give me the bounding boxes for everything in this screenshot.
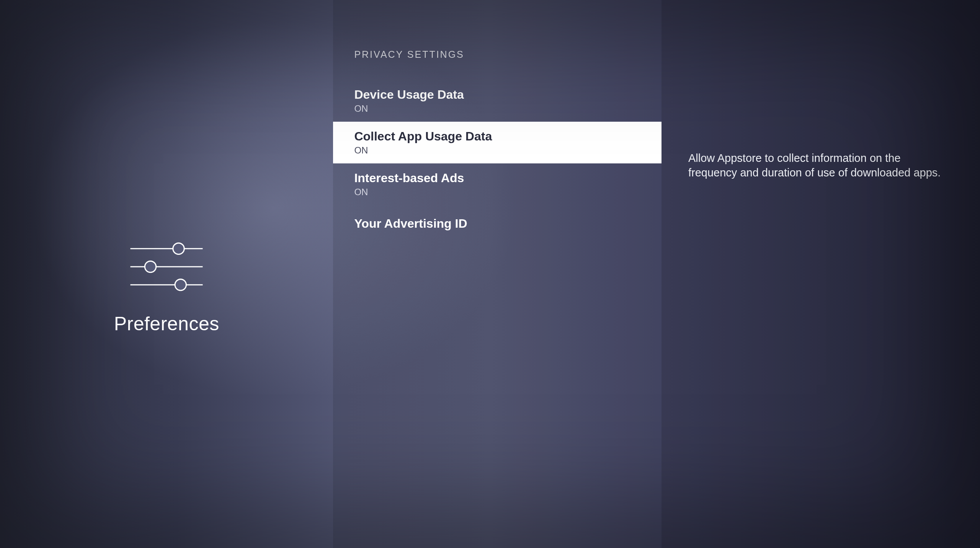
left-pane: Preferences: [0, 0, 333, 548]
settings-list-pane: PRIVACY SETTINGS Device Usage Data ON Co…: [333, 0, 662, 548]
list-item-title: Collect App Usage Data: [354, 129, 640, 144]
sliders-icon: [126, 236, 207, 297]
page-header: PRIVACY SETTINGS: [333, 49, 662, 80]
list-item-collect-app-usage-data[interactable]: Collect App Usage Data ON: [333, 122, 662, 163]
list-item-your-advertising-id[interactable]: Your Advertising ID: [333, 205, 662, 242]
svg-point-1: [173, 243, 184, 254]
list-item-status: ON: [354, 187, 640, 197]
item-description: Allow Appstore to collect information on…: [688, 151, 946, 180]
svg-point-3: [145, 261, 156, 272]
list-item-title: Device Usage Data: [354, 88, 640, 102]
settings-list: Device Usage Data ON Collect App Usage D…: [333, 80, 662, 242]
svg-point-5: [175, 279, 186, 290]
list-item-status: ON: [354, 103, 640, 114]
list-item-title: Interest-based Ads: [354, 171, 640, 185]
list-item-status: ON: [354, 145, 640, 156]
description-pane: Allow Appstore to collect information on…: [662, 0, 980, 548]
list-item-device-usage-data[interactable]: Device Usage Data ON: [333, 80, 662, 122]
list-item-title: Your Advertising ID: [354, 213, 640, 235]
section-title: Preferences: [114, 313, 219, 335]
list-item-interest-based-ads[interactable]: Interest-based Ads ON: [333, 163, 662, 205]
